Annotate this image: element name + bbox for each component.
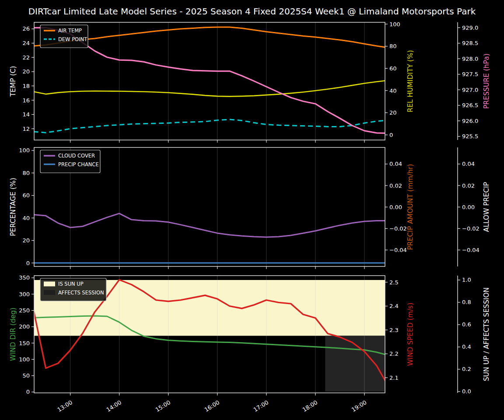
y-tick-label: −0.04 — [389, 247, 407, 253]
y-tick-label: 0 — [26, 260, 30, 266]
y-tick-label: 14 — [22, 111, 30, 118]
y-tick-label: 80 — [22, 170, 30, 176]
legend-label: CLOUD COVER — [58, 153, 95, 159]
y-tick-label: 0.8 — [462, 299, 471, 305]
axis-sun: 0.00.20.40.60.81.0SUN UP / AFFECTS SESSI… — [458, 276, 490, 395]
y-tick-label: 100 — [19, 147, 30, 154]
x-tick-label: 16:00 — [203, 399, 221, 413]
y-tick-label: 927.0 — [462, 87, 478, 93]
x-ticks-wind: 13:0014:0015:0016:0017:0018:0019:00 — [56, 393, 368, 413]
legend-precip: CLOUD COVERPRECIP CHANCE — [40, 150, 100, 173]
legend-wind: IS SUN UPAFFECTS SESSION — [40, 278, 106, 301]
legend-label: AIR TEMP — [58, 28, 82, 34]
y-tick-label: 0 — [389, 132, 393, 138]
y-tick-label: 100 — [19, 356, 30, 363]
y-tick-label: 0.6 — [462, 321, 471, 328]
y-tick-label: 0.2 — [462, 366, 471, 372]
axis-label-precip_amount: PRECIP AMOUNT (mm/hr) — [406, 164, 414, 250]
y-tick-label: 150 — [19, 340, 30, 346]
axis-label-sun: SUN UP / AFFECTS SESSION — [483, 287, 490, 381]
axis-pct: 020406080100PERCENTAGE (%) — [9, 147, 34, 266]
gridlines-temp — [70, 22, 364, 140]
axis-label-pressure: PRESSURE (hPa) — [483, 53, 490, 109]
axis-label-temp: TEMP (C) — [9, 66, 17, 97]
y-tick-label: 0.00 — [389, 204, 402, 210]
y-tick-label: −0.02 — [389, 225, 407, 232]
legend-label: IS SUN UP — [58, 281, 84, 287]
y-tick-label: 0.02 — [462, 182, 475, 189]
rel-humidity-line — [34, 80, 389, 96]
x-ticks-temp — [70, 140, 364, 143]
y-tick-label: 12 — [22, 126, 30, 132]
y-tick-label: 22 — [22, 54, 30, 61]
axis-label-allow_precip: ALLOW PRECIP — [483, 182, 490, 232]
x-tick-label: 19:00 — [350, 399, 368, 413]
x-tick-label: 14:00 — [105, 399, 123, 413]
axis-wspeed: 2.12.22.32.42.5WIND SPEED (m/s) — [385, 279, 414, 381]
y-tick-label: 40 — [389, 88, 397, 94]
legend-label: DEW POINT — [58, 36, 88, 42]
x-ticks-precip — [70, 266, 364, 269]
y-tick-label: 1.0 — [462, 276, 471, 283]
y-tick-label: 0.00 — [462, 204, 475, 210]
chart-precip: 020406080100PERCENTAGE (%)−0.04−0.020.00… — [9, 147, 490, 269]
y-tick-label: 20 — [22, 68, 30, 75]
axis-wdir: 050100150200250300350WIND DIR (deg) — [9, 274, 34, 395]
y-tick-label: 300 — [19, 291, 30, 298]
y-tick-label: −0.04 — [462, 247, 480, 253]
gridlines-precip — [70, 147, 364, 266]
dew-point-line — [34, 119, 389, 133]
axis-temp: 1214161820222426TEMP (C) — [9, 25, 34, 132]
axis-humidity: 020406080100REL HUMIDITY (%) — [385, 21, 414, 138]
axis-pressure: 925.5926.0926.5927.0927.5928.0928.5929.0… — [458, 22, 490, 140]
chart-temp: 1214161820222426TEMP (C)020406080100REL … — [9, 21, 490, 143]
y-tick-label: 929.0 — [462, 24, 478, 31]
y-tick-label: 926.5 — [462, 102, 478, 108]
y-tick-label: 60 — [389, 65, 397, 72]
y-tick-label: 200 — [19, 323, 30, 330]
legend-swatch — [44, 282, 55, 287]
y-tick-label: 60 — [22, 192, 30, 199]
axis-label-wdir: WIND DIR (deg) — [9, 308, 17, 361]
y-tick-label: 0.0 — [462, 388, 471, 395]
weather-forecast-screen: DIRTcar Limited Late Model Series - 2025… — [0, 0, 504, 420]
axis-allow_precip: −0.04−0.020.000.020.04ALLOW PRECIP — [458, 147, 490, 266]
y-tick-label: 20 — [389, 109, 397, 116]
legend-swatch — [44, 290, 55, 295]
y-tick-label: 250 — [19, 307, 30, 314]
axis-label-pct: PERCENTAGE (%) — [9, 178, 17, 236]
y-tick-label: 2.3 — [389, 327, 399, 333]
y-tick-label: 2.1 — [389, 374, 399, 381]
legend-label: AFFECTS SESSION — [58, 290, 104, 296]
x-tick-label: 17:00 — [252, 399, 270, 413]
y-tick-label: 0.4 — [462, 343, 471, 350]
axis-precip_amount: −0.04−0.020.000.020.04PRECIP AMOUNT (mm/… — [385, 161, 414, 253]
y-tick-label: 100 — [389, 21, 400, 28]
legend-temp: AIR TEMPDEW POINT — [40, 25, 88, 48]
y-tick-label: 928.5 — [462, 40, 478, 46]
y-tick-label: 927.5 — [462, 71, 478, 77]
y-tick-label: −0.02 — [462, 225, 480, 232]
y-tick-label: 925.5 — [462, 133, 478, 140]
y-tick-label: 2.2 — [389, 350, 399, 357]
forecast-charts: 1214161820222426TEMP (C)020406080100REL … — [0, 0, 504, 420]
x-tick-label: 18:00 — [301, 399, 319, 413]
y-tick-label: 2.4 — [389, 303, 399, 309]
y-tick-label: 18 — [22, 83, 30, 89]
y-tick-label: 0.04 — [389, 161, 402, 167]
cloud-cover-line — [34, 214, 389, 237]
y-tick-label: 40 — [22, 215, 30, 221]
page-title: DIRTcar Limited Late Model Series - 2025… — [0, 6, 504, 17]
x-tick-label: 13:00 — [56, 399, 74, 413]
y-tick-label: 0.02 — [389, 182, 402, 189]
y-tick-label: 926.0 — [462, 118, 478, 124]
y-tick-label: 24 — [22, 40, 30, 46]
y-tick-label: 16 — [22, 97, 30, 104]
axis-label-humidity: REL HUMIDITY (%) — [406, 50, 414, 112]
chart-wind: 13:0014:0015:0016:0017:0018:0019:0005010… — [9, 274, 490, 413]
legend-label: PRECIP CHANCE — [58, 161, 99, 168]
y-tick-label: 0.04 — [462, 161, 475, 167]
y-tick-label: 80 — [389, 43, 397, 49]
y-tick-label: 26 — [22, 25, 30, 32]
x-tick-label: 15:00 — [154, 399, 172, 413]
